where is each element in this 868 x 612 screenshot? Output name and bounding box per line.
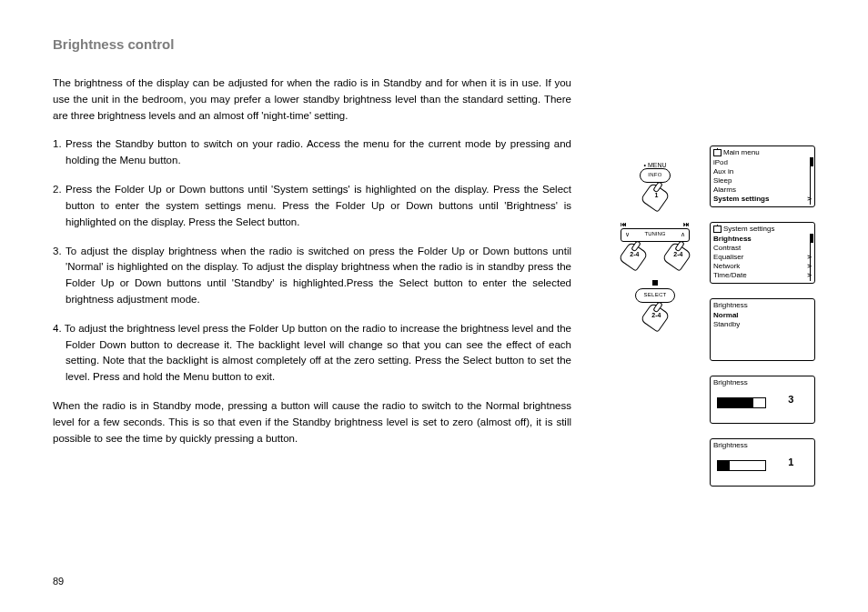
step-3: 3. To adjust the display brightness when… [53, 244, 571, 308]
select-button-drawing: SELECT [635, 288, 674, 303]
lcd-brightness-level-3: Brightness 3 [710, 376, 815, 424]
next-track-icon: ⏭ [683, 221, 690, 227]
outro-paragraph: When the radio is in Standby mode, press… [53, 398, 571, 446]
lcd-brightness-level-1: Brightness 1 [710, 438, 815, 487]
tuning-button-drawing: ∨ TUNING ∧ [621, 228, 690, 242]
section-title: Brightness control [53, 36, 817, 52]
menu-label: • MENU [619, 162, 691, 168]
page-number: 89 [53, 576, 64, 587]
step-1: 1. Press the Standby button to switch on… [53, 136, 571, 169]
step-2: 2. Press the Folder Up or Down buttons u… [53, 182, 571, 230]
lcd-main-menu: Main menu iPod Aux in Sleep Alarms Syste… [710, 145, 815, 207]
up-arrow-icon: ∧ [681, 229, 685, 239]
info-button-drawing: INFO [640, 168, 671, 183]
lcd-system-settings: System settings Brightness Contrast Equa… [710, 222, 815, 284]
lcd-brightness-mode: Brightness Normal Standby [710, 298, 815, 361]
intro-paragraph: The brightness of the display can be adj… [53, 75, 571, 124]
body-text: The brightness of the display can be adj… [53, 75, 571, 446]
scrollbar [810, 234, 813, 281]
brightness-bar [717, 460, 766, 471]
step-4: 4. To adjust the brightness level press … [53, 321, 571, 386]
physical-buttons-diagram: • MENU INFO 1 ⏮ ⏭ ∨ TUNING ∧ 2-4 2-4 SEL… [619, 162, 691, 328]
stop-icon [652, 280, 658, 286]
hand-icon: 2-4 [640, 302, 670, 332]
brightness-bar [717, 397, 766, 408]
lcd-screens: Main menu iPod Aux in Sleep Alarms Syste… [710, 145, 812, 501]
prev-track-icon: ⏮ [621, 221, 627, 227]
scrollbar [810, 157, 813, 205]
down-arrow-icon: ∨ [625, 229, 630, 239]
